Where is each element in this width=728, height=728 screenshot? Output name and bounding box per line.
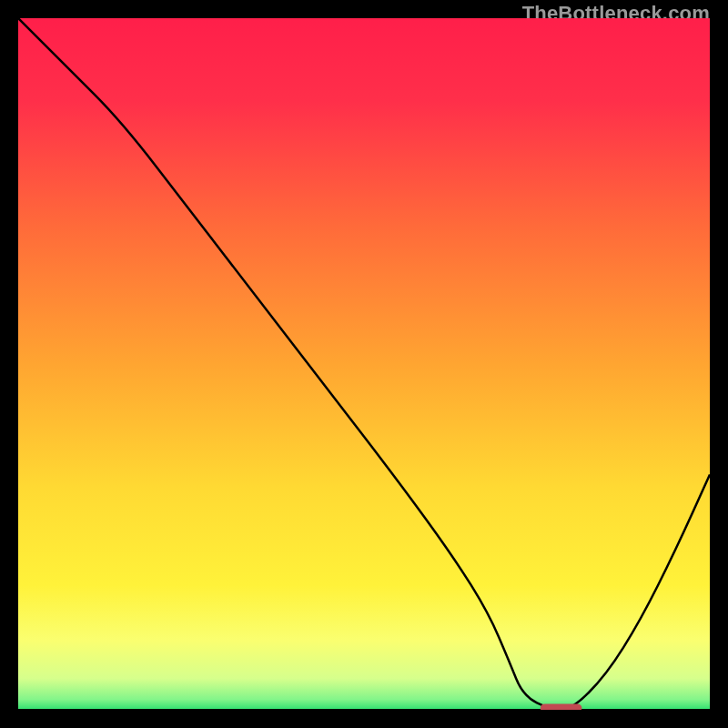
optimal-point-marker [541, 703, 582, 710]
chart-svg [18, 18, 710, 710]
chart-frame: TheBottleneck.com [0, 0, 728, 728]
plot-area [18, 18, 710, 710]
gradient-background [18, 18, 710, 710]
